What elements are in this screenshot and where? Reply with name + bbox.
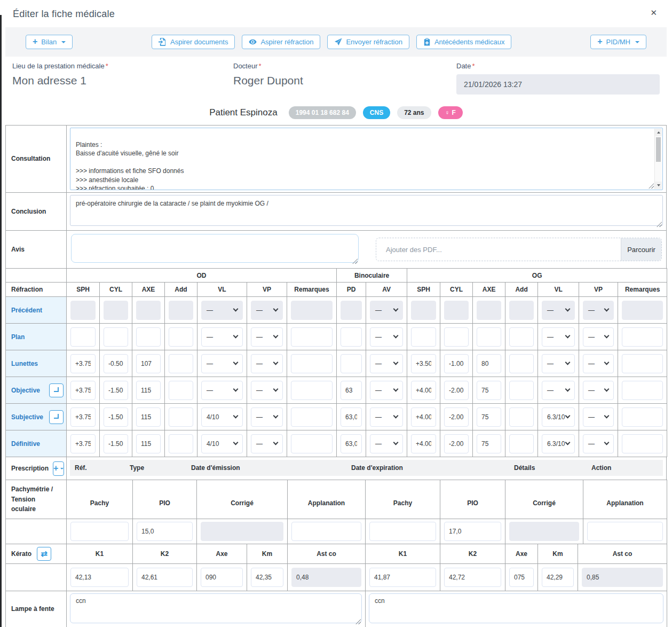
refraction-lunettes-og-rem-input[interactable] xyxy=(622,354,663,373)
refraction-objective-od-vp-select[interactable]: — xyxy=(251,381,283,400)
pio-og-input[interactable] xyxy=(444,522,501,541)
refraction-objective-od-axe-input[interactable] xyxy=(136,381,161,400)
bilan-button[interactable]: + Bilan xyxy=(26,35,73,49)
refraction-objective-og-vp-select[interactable]: — xyxy=(583,381,614,400)
refraction-plan-bino-av-select[interactable]: — xyxy=(370,327,403,347)
refraction-lunettes-og-vl-select[interactable]: — xyxy=(542,354,575,373)
pdf-upload-input[interactable]: Ajouter des PDF... Parcourir xyxy=(376,238,662,261)
refraction-subjective-od-vp-select[interactable]: — xyxy=(251,407,283,427)
lampe-og-textarea[interactable]: ccn xyxy=(369,593,663,623)
refraction-subjective-od-axe-input[interactable] xyxy=(136,407,161,427)
refraction-definitive-od-cyl-input[interactable] xyxy=(104,434,128,453)
refraction-subjective-od-rem-input[interactable] xyxy=(291,407,333,427)
refraction-subjective-og-vl-select[interactable]: 6.3/10 xyxy=(542,407,575,427)
k1-od-input[interactable] xyxy=(70,568,129,587)
pachy-od-input[interactable] xyxy=(70,522,129,541)
refraction-lunettes-od-sph-input[interactable] xyxy=(70,354,96,373)
refraction-definitive-od-vl-select[interactable]: 4/10 xyxy=(201,434,243,453)
refraction-definitive-og-add-input[interactable] xyxy=(509,434,534,453)
browse-button[interactable]: Parcourir xyxy=(621,238,661,261)
refraction-objective-od-sph-input[interactable] xyxy=(70,381,96,400)
refraction-definitive-od-rem-input[interactable] xyxy=(291,434,333,453)
consultation-textarea[interactable]: Plaintes : Baisse d'acuité visuelle, gên… xyxy=(70,128,654,190)
refraction-objective-bino-av-select[interactable]: — xyxy=(370,381,403,400)
refraction-objective-og-add-input[interactable] xyxy=(509,381,534,400)
refraction-lunettes-od-cyl-input[interactable] xyxy=(104,354,128,373)
refraction-definitive-og-axe-input[interactable] xyxy=(477,434,501,453)
refraction-lunettes-bino-av-select[interactable]: — xyxy=(370,354,403,373)
refraction-definitive-og-vl-select[interactable]: 6.3/10 xyxy=(542,434,575,453)
antecedents-medicaux-button[interactable]: Antécédents médicaux xyxy=(416,35,512,49)
refraction-objective-og-sph-input[interactable] xyxy=(411,381,436,400)
refraction-plan-og-axe-input[interactable] xyxy=(477,327,501,347)
refraction-subjective-og-cyl-input[interactable] xyxy=(444,407,469,427)
refraction-objective-od-add-input[interactable] xyxy=(169,381,193,400)
add-prescription-button[interactable]: + xyxy=(53,461,64,476)
refraction-subjective-og-sph-input[interactable] xyxy=(411,407,436,427)
refraction-objective-og-vl-select[interactable]: — xyxy=(542,381,575,400)
applanation-od-input[interactable] xyxy=(291,522,361,541)
refraction-plan-og-cyl-input[interactable] xyxy=(444,327,469,347)
refraction-subjective-od-sph-input[interactable] xyxy=(70,407,96,427)
refraction-plan-od-axe-input[interactable] xyxy=(136,327,161,347)
refraction-objective-od-vl-select[interactable]: — xyxy=(201,381,243,400)
refraction-objective-od-rem-input[interactable] xyxy=(291,381,333,400)
refraction-definitive-og-vp-select[interactable]: — xyxy=(583,434,614,453)
pid-mh-button[interactable]: + PID/MH xyxy=(590,35,646,49)
refraction-plan-od-cyl-input[interactable] xyxy=(104,327,128,347)
refraction-lunettes-og-sph-input[interactable] xyxy=(411,354,436,373)
refraction-subjective-og-add-input[interactable] xyxy=(509,407,534,427)
aspirer-documents-button[interactable]: Aspirer documents xyxy=(152,35,235,49)
refraction-plan-od-rem-input[interactable] xyxy=(291,327,333,347)
refraction-objective-og-cyl-input[interactable] xyxy=(444,381,469,400)
refraction-plan-od-add-input[interactable] xyxy=(169,327,193,347)
refraction-definitive-od-axe-input[interactable] xyxy=(136,434,161,453)
scrollbar[interactable] xyxy=(654,129,662,189)
refraction-objective-og-rem-input[interactable] xyxy=(622,381,663,400)
refraction-lunettes-og-vp-select[interactable]: — xyxy=(583,354,614,373)
refraction-objective-og-axe-input[interactable] xyxy=(477,381,501,400)
k2-og-input[interactable] xyxy=(444,568,501,587)
refraction-lunettes-og-cyl-input[interactable] xyxy=(444,354,469,373)
refraction-lunettes-og-axe-input[interactable] xyxy=(477,354,501,373)
refraction-subjective-og-vp-select[interactable]: — xyxy=(583,407,614,427)
refraction-definitive-og-sph-input[interactable] xyxy=(411,434,436,453)
refraction-plan-og-vl-select[interactable]: — xyxy=(542,327,575,347)
refraction-plan-bino-pd-input[interactable] xyxy=(341,327,362,347)
axe-og-input[interactable] xyxy=(509,568,534,587)
refraction-subjective-od-vl-select[interactable]: 4/10 xyxy=(201,407,243,427)
refraction-definitive-og-rem-input[interactable] xyxy=(622,434,663,453)
refraction-objective-od-cyl-input[interactable] xyxy=(104,381,128,400)
k2-od-input[interactable] xyxy=(137,568,193,587)
refraction-lunettes-og-add-input[interactable] xyxy=(509,354,534,373)
scroll-down-button[interactable] xyxy=(655,182,662,189)
axe-od-input[interactable] xyxy=(201,568,243,587)
applanation-og-input[interactable] xyxy=(587,522,663,541)
date-input[interactable] xyxy=(456,74,660,95)
km-od-input[interactable] xyxy=(251,568,283,587)
refraction-plan-od-vp-select[interactable]: — xyxy=(251,327,283,347)
refraction-objective-expand-button[interactable] xyxy=(49,383,64,397)
refraction-plan-og-vp-select[interactable]: — xyxy=(583,327,614,347)
refraction-subjective-expand-button[interactable] xyxy=(49,410,64,424)
refraction-subjective-od-cyl-input[interactable] xyxy=(104,407,128,427)
refraction-subjective-bino-pd-input[interactable] xyxy=(341,407,362,427)
refraction-objective-bino-pd-input[interactable] xyxy=(341,381,362,400)
refraction-subjective-og-axe-input[interactable] xyxy=(477,407,501,427)
refraction-subjective-od-add-input[interactable] xyxy=(169,407,193,427)
refraction-lunettes-od-vl-select[interactable]: — xyxy=(201,354,243,373)
refraction-definitive-bino-av-select[interactable]: — xyxy=(370,434,403,453)
close-icon[interactable]: ✕ xyxy=(650,8,657,18)
kerato-swap-button[interactable]: ⇄ xyxy=(37,547,51,561)
refraction-lunettes-od-axe-input[interactable] xyxy=(136,354,161,373)
refraction-subjective-bino-av-select[interactable]: — xyxy=(370,407,403,427)
refraction-plan-og-rem-input[interactable] xyxy=(622,327,663,347)
refraction-definitive-og-cyl-input[interactable] xyxy=(444,434,469,453)
refraction-definitive-od-add-input[interactable] xyxy=(169,434,193,453)
refraction-subjective-og-rem-input[interactable] xyxy=(622,407,663,427)
refraction-lunettes-od-rem-input[interactable] xyxy=(291,354,333,373)
refraction-lunettes-od-add-input[interactable] xyxy=(169,354,193,373)
km-og-input[interactable] xyxy=(542,568,574,587)
avis-textarea[interactable] xyxy=(71,234,359,263)
aspirer-refraction-button[interactable]: Aspirer réfraction xyxy=(242,35,320,49)
